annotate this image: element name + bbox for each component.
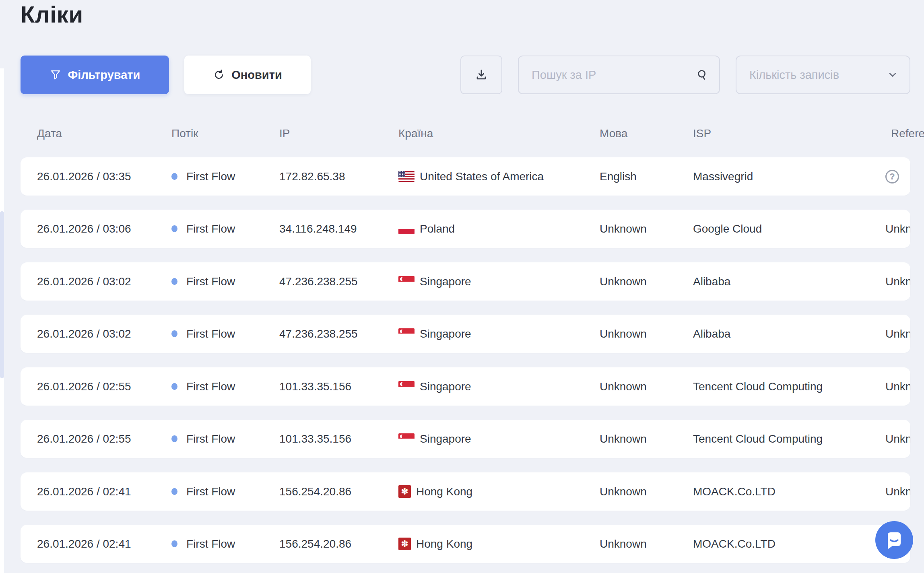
left-scrollbar-track[interactable]	[0, 68, 4, 573]
cell-lang: English	[600, 157, 637, 196]
cell-country: Singapore	[398, 367, 471, 406]
cell-isp: Google Cloud	[693, 210, 762, 248]
flow-link[interactable]: First Flow	[186, 485, 235, 498]
cell-referer: Unknown	[885, 420, 910, 458]
cell-ip: 34.116.248.149	[279, 210, 357, 248]
cell-ip: 156.254.20.86	[279, 472, 351, 511]
flow-dot-icon	[171, 225, 177, 232]
cell-flow: First Flow	[171, 262, 235, 301]
cell-isp: MOACK.Co.LTD	[693, 472, 776, 511]
cell-country: Hong Kong	[398, 525, 472, 563]
column-header-lang: Мова	[600, 127, 627, 140]
cell-isp: Alibaba	[693, 262, 730, 301]
cell-flow: First Flow	[171, 367, 235, 406]
cell-date: 26.01.2026 / 02:41	[37, 525, 131, 563]
table-row: 26.01.2026 / 02:41 First Flow 156.254.20…	[21, 525, 910, 563]
flag-hk-icon	[398, 538, 411, 550]
cell-flow: First Flow	[171, 472, 235, 511]
flow-link[interactable]: First Flow	[186, 380, 235, 393]
filter-funnel-icon	[50, 69, 62, 81]
country-name: United States of America	[420, 170, 544, 183]
flag-pl-icon	[398, 223, 415, 234]
country-name: Poland	[420, 223, 455, 235]
cell-country: Singapore	[398, 315, 471, 353]
cell-ip: 47.236.238.255	[279, 262, 358, 301]
flow-link[interactable]: First Flow	[186, 223, 235, 235]
cell-isp: MOACK.Co.LTD	[693, 525, 776, 563]
cell-referer: Unknown	[885, 367, 910, 406]
chat-widget-button[interactable]	[875, 521, 913, 559]
filter-button[interactable]: Фільтрувати	[21, 56, 169, 94]
table-row: 26.01.2026 / 03:02 First Flow 47.236.238…	[21, 315, 910, 353]
table-row: 26.01.2026 / 02:55 First Flow 101.33.35.…	[21, 420, 910, 458]
flow-dot-icon	[171, 383, 177, 390]
cell-country: United States of America	[398, 157, 544, 196]
flow-dot-icon	[171, 278, 177, 285]
cell-flow: First Flow	[171, 420, 235, 458]
cell-flow: First Flow	[171, 315, 235, 353]
cell-date: 26.01.2026 / 03:35	[37, 157, 131, 196]
download-button[interactable]	[460, 56, 502, 94]
refresh-button-label: Оновити	[231, 68, 282, 82]
cell-lang: Unknown	[600, 420, 647, 458]
flow-dot-icon	[171, 173, 177, 180]
cell-lang: Unknown	[600, 315, 647, 353]
chevron-down-icon	[887, 69, 898, 80]
search-ip-input[interactable]	[519, 68, 696, 82]
cell-isp: Alibaba	[693, 315, 730, 353]
table-row: 26.01.2026 / 03:35 First Flow 172.82.65.…	[21, 157, 910, 196]
flag-sg-icon	[398, 381, 415, 392]
refresh-icon	[213, 69, 225, 81]
flow-link[interactable]: First Flow	[186, 433, 235, 445]
cell-isp: Tencent Cloud Computing	[693, 367, 823, 406]
cell-flow: First Flow	[171, 525, 235, 563]
cell-date: 26.01.2026 / 03:06	[37, 210, 131, 248]
cell-date: 26.01.2026 / 02:41	[37, 472, 131, 511]
clicks-page: Кліки Фільтрувати Оновити Кількість запи…	[0, 0, 924, 573]
column-header-ip: IP	[279, 127, 290, 140]
country-name: Singapore	[420, 275, 471, 288]
refresh-button[interactable]: Оновити	[184, 56, 311, 94]
column-header-date: Дата	[37, 127, 62, 140]
cell-referer: ?	[885, 157, 899, 196]
left-scrollbar-thumb[interactable]	[0, 211, 4, 378]
cell-country: Hong Kong	[398, 472, 472, 511]
cell-date: 26.01.2026 / 03:02	[37, 262, 131, 301]
column-header-isp: ISP	[693, 127, 711, 140]
flag-sg-icon	[398, 433, 415, 444]
records-count-label: Кількість записів	[749, 68, 839, 82]
table-row: 26.01.2026 / 03:02 First Flow 47.236.238…	[21, 262, 910, 301]
cell-ip: 156.254.20.86	[279, 525, 351, 563]
flow-link[interactable]: First Flow	[186, 275, 235, 288]
country-name: Hong Kong	[416, 538, 472, 550]
cell-isp: Tencent Cloud Computing	[693, 420, 823, 458]
cell-lang: Unknown	[600, 472, 647, 511]
referer-help-icon[interactable]: ?	[885, 170, 899, 183]
cell-date: 26.01.2026 / 02:55	[37, 367, 131, 406]
cell-lang: Unknown	[600, 262, 647, 301]
cell-flow: First Flow	[171, 210, 235, 248]
flow-link[interactable]: First Flow	[186, 328, 235, 340]
cell-date: 26.01.2026 / 02:55	[37, 420, 131, 458]
search-ip-field[interactable]	[518, 56, 720, 94]
cell-referer: Unknown	[885, 315, 910, 353]
flow-link[interactable]: First Flow	[186, 538, 235, 550]
download-icon	[474, 68, 488, 82]
table-row: 26.01.2026 / 03:06 First Flow 34.116.248…	[21, 210, 910, 248]
flow-link[interactable]: First Flow	[186, 170, 235, 183]
cell-country: Poland	[398, 210, 455, 248]
flag-sg-icon	[398, 276, 415, 287]
records-count-select[interactable]: Кількість записів	[736, 56, 910, 94]
country-name: Singapore	[420, 380, 471, 393]
country-name: Singapore	[420, 328, 471, 340]
search-icon[interactable]	[696, 68, 709, 81]
page-title: Кліки	[21, 1, 83, 28]
flow-dot-icon	[171, 330, 177, 337]
flag-us-icon	[398, 171, 415, 182]
cell-referer: Unknown	[885, 262, 910, 301]
country-name: Singapore	[420, 433, 471, 445]
column-header-country: Країна	[398, 127, 433, 140]
cell-country: Singapore	[398, 420, 471, 458]
table-row: 26.01.2026 / 02:41 First Flow 156.254.20…	[21, 472, 910, 511]
cell-ip: 101.33.35.156	[279, 420, 351, 458]
